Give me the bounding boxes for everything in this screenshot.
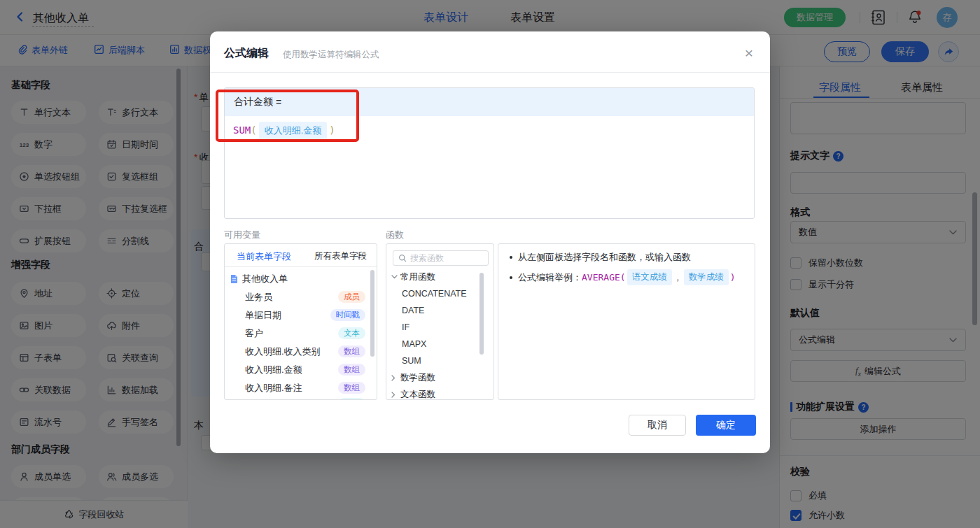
header-divider bbox=[210, 72, 770, 73]
tab-current-form-fields[interactable]: 当前表单字段 bbox=[237, 250, 291, 263]
function-item[interactable]: SUM bbox=[386, 352, 493, 369]
function-item[interactable]: CONCATENATE bbox=[386, 285, 493, 302]
functions-panel: 常用函数CONCATENATEDATEIFMAPXSUM数学函数文本函数 bbox=[386, 243, 494, 400]
search-icon bbox=[398, 254, 407, 262]
tree-node-field[interactable]: 收入明细.金额数组 bbox=[225, 361, 377, 379]
tree-node-field[interactable]: 单据日期时间戳 bbox=[225, 306, 377, 324]
annotation-red-rectangle bbox=[216, 90, 359, 142]
function-group-text[interactable]: 文本函数 bbox=[386, 386, 493, 400]
functions-scrollbar[interactable] bbox=[479, 273, 484, 355]
variables-scrollbar[interactable] bbox=[370, 270, 374, 357]
function-group-common[interactable]: 常用函数 bbox=[386, 269, 493, 285]
type-tag: 成员 bbox=[338, 291, 365, 303]
function-item[interactable]: MAPX bbox=[386, 336, 493, 352]
function-item[interactable]: DATE bbox=[386, 302, 493, 319]
tree-node-field[interactable]: 客户文本 bbox=[225, 324, 377, 343]
document-icon bbox=[230, 274, 239, 284]
dialog-title: 公式编辑 bbox=[224, 46, 269, 61]
tree-node-field[interactable]: 收入明细.收入类别数组 bbox=[225, 343, 377, 361]
type-tag: 时间戳 bbox=[330, 309, 366, 321]
type-tag: 数组 bbox=[338, 345, 365, 357]
function-search-input[interactable] bbox=[410, 253, 480, 263]
cancel-button[interactable]: 取消 bbox=[629, 415, 686, 436]
dialog-subtitle: 使用数学运算符编辑公式 bbox=[283, 49, 379, 61]
chevron-right-icon bbox=[391, 392, 398, 398]
help-panel: 从左侧面板选择字段名和函数，或输入函数 公式编辑举例：AVERAGE(语文成绩，… bbox=[498, 243, 755, 400]
help-line-2: 公式编辑举例：AVERAGE(语文成绩，数学成绩) bbox=[510, 269, 735, 285]
chevron-right-icon bbox=[391, 375, 398, 381]
variables-label: 可用变量 bbox=[224, 229, 260, 241]
tree-node-form[interactable]: 其他收入单 bbox=[225, 270, 377, 288]
tab-all-form-fields[interactable]: 所有表单字段 bbox=[314, 250, 367, 262]
tree-node-field[interactable]: 收入明细.备注数组 bbox=[225, 379, 377, 397]
function-search[interactable] bbox=[393, 250, 489, 266]
confirm-button[interactable]: 确定 bbox=[696, 415, 756, 436]
close-icon[interactable]: × bbox=[741, 45, 757, 62]
help-line-1: 从左侧面板选择字段名和函数，或输入函数 bbox=[510, 251, 691, 264]
app-window: 其他收入单 表单设计 表单设置 数据管理 存 表单外链 后端脚本 数据权限 预览… bbox=[0, 0, 980, 528]
variables-tabs: 当前表单字段 所有表单字段 bbox=[225, 244, 377, 267]
tree-node-field[interactable]: 文本 bbox=[225, 397, 377, 400]
tree-node-field[interactable]: 业务员成员 bbox=[225, 288, 377, 306]
function-item[interactable]: IF bbox=[386, 319, 493, 336]
type-tag: 数组 bbox=[338, 364, 365, 376]
functions-label: 函数 bbox=[386, 229, 404, 241]
variables-tree: 其他收入单业务员成员单据日期时间戳客户文本收入明细.收入类别数组收入明细.金额数… bbox=[225, 267, 377, 400]
variables-panel: 当前表单字段 所有表单字段 其他收入单业务员成员单据日期时间戳客户文本收入明细.… bbox=[224, 243, 377, 400]
type-tag: 文本 bbox=[338, 327, 365, 339]
bullet-icon2 bbox=[510, 276, 512, 279]
chevron-down-icon bbox=[391, 275, 398, 279]
type-tag: 数组 bbox=[338, 382, 365, 394]
function-group-math[interactable]: 数学函数 bbox=[386, 369, 493, 386]
type-tag: 文本 bbox=[338, 398, 365, 400]
bullet-icon bbox=[510, 256, 512, 259]
functions-tree: 常用函数CONCATENATEDATEIFMAPXSUM数学函数文本函数 bbox=[386, 244, 493, 400]
